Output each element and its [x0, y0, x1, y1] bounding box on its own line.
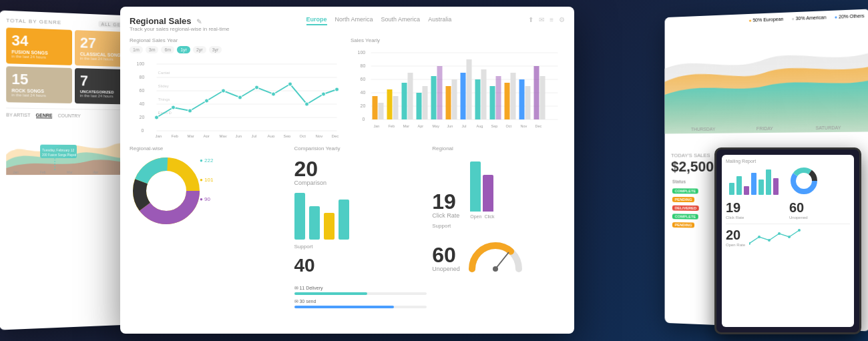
svg-text:80: 80 — [361, 63, 366, 68]
svg-text:Nov: Nov — [521, 124, 527, 128]
click-rate-row: 19 Click Rate Open Click — [432, 158, 565, 219]
center-subtitle: Track your sales regional-wise in real-t… — [130, 26, 230, 32]
svg-point-30 — [238, 95, 242, 99]
left-chart-section: BY ARTIST GENRE COUNTRY — [6, 107, 138, 178]
tab-country[interactable]: COUNTRY — [58, 113, 81, 119]
comparison-metric: 20 Comparison — [294, 158, 427, 186]
middle-metrics: Comparision Yearly 20 Comparison Support… — [294, 145, 427, 312]
svg-text:Apr: Apr — [204, 134, 210, 137]
svg-rect-63 — [387, 89, 393, 119]
svg-rect-72 — [452, 79, 457, 119]
svg-point-36 — [335, 87, 339, 91]
left-panel-title: TOTAL BY GENRE — [6, 17, 61, 25]
time-2yr[interactable]: 2yr — [193, 46, 206, 53]
rock-count: 15 — [11, 72, 67, 88]
open-click-labels: Open Click — [470, 214, 494, 219]
time-1m[interactable]: 1m — [130, 46, 143, 53]
bar-teal-1 — [294, 193, 305, 240]
svg-text:Apr: Apr — [418, 124, 424, 128]
status-badge: COMPLETE — [672, 188, 698, 194]
fusion-sublabel: in the last 24 hours — [11, 54, 67, 59]
svg-rect-107 — [751, 173, 756, 195]
svg-rect-73 — [461, 73, 466, 119]
svg-rect-68 — [423, 86, 428, 119]
svg-rect-80 — [511, 73, 516, 119]
tablet-open-rate: 20 Open Rate — [726, 227, 850, 247]
settings-icon[interactable]: ⚙ — [559, 16, 565, 23]
svg-text:100: 100 — [358, 50, 366, 55]
svg-rect-81 — [519, 79, 525, 119]
svg-point-120 — [798, 229, 801, 232]
tab-genre[interactable]: GENRE — [36, 113, 53, 118]
svg-text:0: 0 — [142, 128, 144, 133]
tablet-unopen-value: 60 — [789, 200, 850, 216]
svg-point-32 — [272, 92, 276, 96]
svg-rect-105 — [736, 176, 742, 195]
svg-rect-65 — [402, 83, 407, 119]
edit-icon[interactable]: ✎ — [196, 18, 202, 25]
bar-yellow — [324, 213, 335, 240]
open-click-section: Open Click — [470, 158, 494, 219]
svg-text:60: 60 — [140, 88, 145, 93]
header-left: Regional Sales ✎ Track your sales region… — [130, 16, 230, 32]
svg-text:Aug: Aug — [477, 124, 483, 128]
svg-point-28 — [205, 99, 209, 103]
support-title: Support — [294, 244, 427, 250]
svg-text:60: 60 — [361, 77, 366, 81]
tab-south-america[interactable]: South America — [381, 16, 421, 25]
bar-chart-label: Sales Yearly — [351, 37, 565, 43]
friday-label: FRIDAY — [756, 126, 773, 131]
line-chart-label: Regional Sales Year — [130, 37, 344, 43]
area-chart-svg: Tuesday, February 12 200 Fusion Songs Pl… — [6, 121, 138, 175]
top-charts-row: Regional Sales Year 1m 3m 6m 1yr 2yr 3yr — [130, 37, 565, 140]
svg-rect-77 — [490, 86, 495, 119]
svg-text:Mar: Mar — [403, 124, 410, 128]
time-3m[interactable]: 3m — [146, 46, 159, 53]
tab-north-america[interactable]: North America — [335, 16, 373, 25]
comparison-bars — [294, 193, 427, 240]
tab-europe[interactable]: Europe — [306, 16, 327, 25]
bottom-row: Regional-wise ● 222 ● 101 ● 90 — [130, 145, 565, 312]
svg-text:Jan: Jan — [374, 124, 380, 128]
genre-card-fusion[interactable]: 34 FUSION SONGS in the last 24 hours — [6, 27, 72, 65]
svg-rect-70 — [437, 66, 443, 119]
svg-rect-75 — [475, 79, 481, 119]
svg-text:0: 0 — [363, 117, 365, 121]
svg-point-27 — [188, 109, 192, 113]
svg-rect-67 — [417, 93, 422, 119]
time-3yr[interactable]: 3yr — [209, 46, 222, 53]
svg-point-117 — [768, 239, 771, 242]
svg-point-116 — [758, 236, 761, 238]
thursday-label: THURSDAY — [691, 127, 715, 131]
support-bars: ✉ 11 Delivery ✉ 30 send — [294, 286, 427, 312]
share-icon[interactable]: ≡ — [550, 16, 554, 23]
unopened-value: 60 — [432, 244, 460, 266]
time-filters: 1m 3m 6m 1yr 2yr 3yr — [130, 46, 344, 53]
svg-text:Nov: Nov — [316, 134, 323, 137]
svg-text:200 Fusion Songs Played: 200 Fusion Songs Played — [42, 153, 77, 157]
bar-teal-2 — [309, 206, 320, 240]
upload-icon[interactable]: ⬆ — [528, 16, 533, 23]
bar-chart-svg: 100 80 60 40 20 0 — [351, 46, 565, 133]
saturday-label: SATURDAY — [816, 125, 841, 131]
time-1yr[interactable]: 1yr — [177, 46, 190, 53]
svg-rect-109 — [766, 169, 771, 195]
genre-card-rock[interactable]: 15 ROCK SONGS in the last 24 hours — [6, 66, 72, 103]
unopened-metric: 60 Unopened — [432, 244, 460, 272]
svg-text:Feb: Feb — [172, 134, 179, 137]
svg-point-118 — [778, 232, 781, 235]
tablet-click-rate: 19 Click Rate — [726, 200, 787, 220]
tab-australia[interactable]: Australia — [428, 16, 451, 25]
header-icons: ⬆ ✉ ≡ ⚙ — [528, 16, 565, 23]
donut-section: Regional-wise ● 222 ● 101 ● 90 — [130, 145, 289, 312]
status-badge: PENDING — [672, 197, 695, 202]
tablet-charts — [726, 166, 850, 196]
svg-point-31 — [255, 85, 259, 89]
unopened-row: 60 Unopened — [432, 236, 565, 272]
bar-teal-3 — [339, 200, 349, 240]
bar-chart-box: Sales Yearly 100 80 60 40 20 0 — [351, 37, 565, 140]
svg-text:Feb: Feb — [40, 170, 46, 174]
time-6m[interactable]: 6m — [161, 46, 174, 53]
mail-icon[interactable]: ✉ — [539, 16, 544, 23]
tab-by-artist[interactable]: BY ARTIST — [6, 112, 30, 118]
